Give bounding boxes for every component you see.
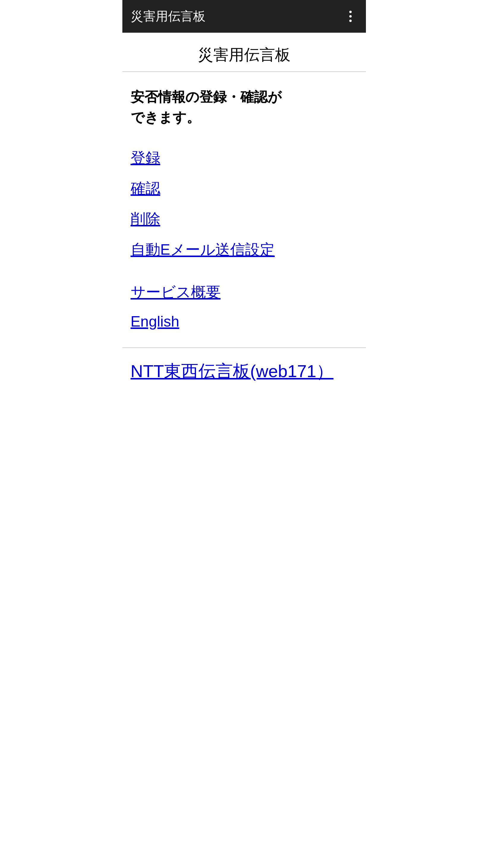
register-link[interactable]: 登録: [131, 143, 358, 173]
dot-2: [349, 15, 352, 18]
bottom-link-section: NTT東西伝言板(web171）: [122, 348, 366, 395]
dot-1: [349, 11, 352, 13]
english-link[interactable]: English: [131, 308, 358, 336]
description-section: 安否情報の登録・確認ができます。: [122, 72, 366, 137]
main-content: 災害用伝言板 安否情報の登録・確認ができます。 登録 確認 削除 自動Eメール送…: [122, 33, 366, 395]
delete-link[interactable]: 削除: [131, 204, 358, 235]
dot-3: [349, 20, 352, 22]
page-title-section: 災害用伝言板: [122, 33, 366, 72]
page-title: 災害用伝言板: [131, 44, 358, 65]
section-gap: [131, 265, 358, 277]
email-settings-link[interactable]: 自動Eメール送信設定: [131, 235, 358, 265]
app-bar-title: 災害用伝言板: [131, 8, 205, 25]
confirm-link[interactable]: 確認: [131, 173, 358, 204]
links-section: 登録 確認 削除 自動Eメール送信設定 サービス概要 English: [122, 137, 366, 347]
description-text: 安否情報の登録・確認ができます。: [131, 87, 358, 128]
service-overview-link[interactable]: サービス概要: [131, 277, 358, 308]
more-options-button[interactable]: [344, 9, 358, 24]
app-bar: 災害用伝言板: [122, 0, 366, 33]
ntt-web171-link[interactable]: NTT東西伝言板(web171）: [131, 360, 358, 383]
